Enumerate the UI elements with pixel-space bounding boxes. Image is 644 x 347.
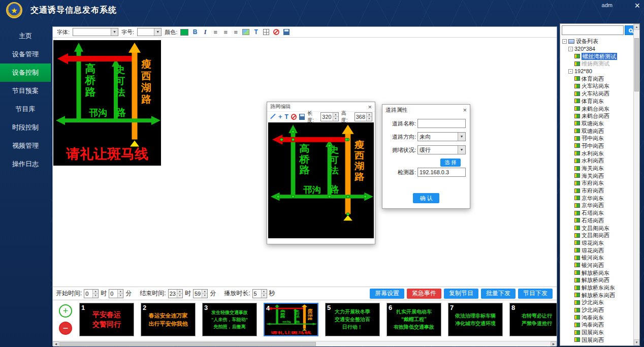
tree-device-item[interactable]: 京华岗东	[561, 194, 633, 202]
tree-device-item[interactable]: 文昌阁岗东	[561, 224, 633, 232]
tree-device-item[interactable]: 文昌阁岗西	[561, 232, 633, 239]
copy-program-button[interactable]: 复制节目	[444, 289, 478, 299]
dialog-close-icon[interactable]: ×	[368, 104, 372, 110]
font-size-select[interactable]	[137, 28, 162, 36]
save-icon[interactable]	[283, 29, 289, 35]
spin-up-icon[interactable]: ▲	[93, 290, 98, 294]
sidebar-item-6[interactable]: 时段控制	[0, 118, 51, 137]
spin-up-icon[interactable]: ▲	[118, 290, 123, 294]
add-node-icon[interactable]: +	[278, 113, 282, 120]
insert-image-icon[interactable]	[242, 29, 249, 35]
tree-device-item[interactable]: 邗中岗西	[561, 142, 633, 150]
spin-up-icon[interactable]: ▲	[367, 113, 372, 117]
scroll-up-icon[interactable]: ▲	[634, 24, 639, 30]
start-minute-spinner[interactable]: 0 ▲▼	[109, 289, 123, 298]
detector-input[interactable]: 192.168.0.3	[417, 168, 466, 177]
road-network-canvas[interactable]: 高桥路史可法路邗沟瘦西湖路	[268, 122, 374, 238]
add-program-button[interactable]: +	[59, 304, 72, 318]
tree-device-item[interactable]: 国展岗西	[561, 336, 633, 344]
tree-device-item[interactable]: 市府岗西	[561, 187, 633, 195]
align-left-icon[interactable]: ≡	[212, 28, 219, 36]
spin-down-icon[interactable]: ▼	[262, 294, 267, 298]
scroll-left-icon[interactable]: ◀	[53, 341, 59, 346]
length-spinner[interactable]: 320 ▲▼	[320, 112, 338, 121]
tree-device-item[interactable]: 海关岗东	[561, 165, 633, 172]
tree-root[interactable]: -设备列表	[561, 38, 633, 45]
playlist-thumbnail-7[interactable]: 7依法治理非标车辆净化城市交通环境	[448, 303, 503, 336]
tree-device-item[interactable]: 水利岗西	[561, 157, 633, 165]
tree-device-item[interactable]: 邗中岗东	[561, 135, 633, 142]
tree-group-2[interactable]: -192*80	[561, 68, 633, 75]
dialog-titlebar[interactable]: 道路属性 ×	[382, 105, 470, 115]
tree-device-item[interactable]: 火车站岗东	[561, 82, 633, 90]
collapse-icon[interactable]: -	[568, 47, 573, 51]
sidebar-item-8[interactable]: 操作日志	[0, 155, 51, 173]
tree-device-item[interactable]: 来鹤台岗西	[561, 112, 633, 120]
spin-down-icon[interactable]: ▼	[118, 294, 123, 298]
draw-line-icon[interactable]	[270, 113, 276, 120]
tree-device-item[interactable]: 鸿泰岗西	[561, 321, 633, 329]
spin-down-icon[interactable]: ▼	[202, 294, 207, 298]
layout-grid-icon[interactable]	[263, 29, 269, 35]
tree-device-item[interactable]: 银河岗西	[561, 262, 633, 269]
duration-spinner[interactable]: 5 ▲▼	[252, 289, 267, 298]
scrollbar-thumb[interactable]	[59, 342, 316, 346]
tree-device-item[interactable]: 市府岗东	[561, 179, 633, 187]
text-tool-button[interactable]: T	[252, 28, 260, 36]
tree-device-item[interactable]: 琼花岗西	[561, 246, 633, 254]
congestion-select[interactable]: 缓行	[417, 145, 466, 154]
text-tool-button[interactable]: T	[285, 113, 288, 120]
sidebar-item-3[interactable]: 设备控制	[0, 64, 51, 82]
spin-up-icon[interactable]: ▲	[202, 290, 207, 294]
tree-device-item[interactable]: 体育岗东	[561, 98, 633, 105]
spin-down-icon[interactable]: ▼	[177, 294, 182, 298]
playlist-thumbnail-4[interactable]: 4高桥路史可法路邗沟瘦西湖路请礼让斑马线	[264, 303, 318, 336]
spin-up-icon[interactable]: ▲	[262, 290, 267, 294]
tree-device-item[interactable]: 解放桥东岗东	[561, 284, 633, 292]
tree-group-1[interactable]: -320*384	[561, 45, 633, 53]
spin-up-icon[interactable]: ▲	[177, 290, 182, 294]
playlist-thumbnail-6[interactable]: 6扎实开展电动车“戴帽工程”有效降低交通事故	[387, 303, 441, 336]
remove-program-button[interactable]: −	[59, 322, 72, 335]
sidebar-item-1[interactable]: 主页	[0, 27, 51, 45]
tree-device-item[interactable]: 双塘岗西	[561, 127, 633, 135]
start-hour-spinner[interactable]: 0 ▲▼	[84, 289, 99, 298]
road-name-input[interactable]	[417, 119, 466, 128]
led-sign-preview[interactable]: 高桥路史可法路邗沟瘦西湖路请礼让斑马线	[53, 40, 161, 166]
tree-device-item[interactable]: 水利岗东	[561, 149, 633, 157]
spin-down-icon[interactable]: ▼	[367, 117, 372, 121]
font-select[interactable]	[73, 28, 118, 36]
tree-device-item[interactable]: 海关岗西	[561, 172, 633, 179]
sidebar-item-7[interactable]: 视频管理	[0, 137, 51, 155]
tree-device-item[interactable]: 银河岗东	[561, 254, 633, 262]
forbid-icon[interactable]	[273, 29, 279, 35]
spin-up-icon[interactable]: ▲	[333, 113, 338, 117]
tree-device-item[interactable]: 国展岗东	[561, 329, 633, 336]
tree-device-item[interactable]: 维扬商测试	[561, 60, 633, 68]
playlist-thumbnail-2[interactable]: 2春运安全连万家出行平安你我他	[141, 303, 196, 336]
playlist-scrollbar[interactable]: ◀ ▶	[53, 341, 557, 346]
scroll-down-icon[interactable]: ▼	[634, 339, 639, 345]
italic-button[interactable]: I	[202, 28, 209, 36]
save-icon[interactable]	[299, 114, 305, 120]
delete-icon[interactable]	[291, 114, 297, 120]
confirm-button[interactable]: 确 认	[413, 193, 439, 203]
batch-send-button[interactable]: 批量下发	[481, 289, 516, 299]
tree-device-item[interactable]: 京华岗西	[561, 202, 633, 209]
tree-device-item[interactable]: 来鹤台岗东	[561, 105, 633, 112]
device-search-input[interactable]	[562, 25, 624, 35]
sidebar-item-5[interactable]: 节目库	[0, 100, 51, 118]
collapse-icon[interactable]: -	[562, 39, 567, 44]
end-hour-spinner[interactable]: 23 ▲▼	[168, 289, 183, 298]
tree-device-item[interactable]: 体育岗西	[561, 75, 633, 82]
program-send-button[interactable]: 节目下发	[518, 289, 553, 299]
tree-device-item[interactable]: 火车站岗西	[561, 90, 633, 98]
playlist-thumbnail-8[interactable]: 8右转弯必让行严禁争道抢行	[509, 303, 557, 336]
tree-device-item[interactable]: 双塘岗东	[561, 120, 633, 128]
window-close-icon[interactable]: ×	[634, 0, 640, 11]
scroll-right-icon[interactable]: ▶	[551, 341, 557, 346]
sidebar-item-2[interactable]: 设备管理	[0, 45, 51, 64]
tree-device-item[interactable]: 鸿泰岗东	[561, 313, 633, 321]
tree-device-item[interactable]: 沙北岗西	[561, 306, 633, 314]
road-direction-select[interactable]: 来向	[417, 132, 466, 141]
